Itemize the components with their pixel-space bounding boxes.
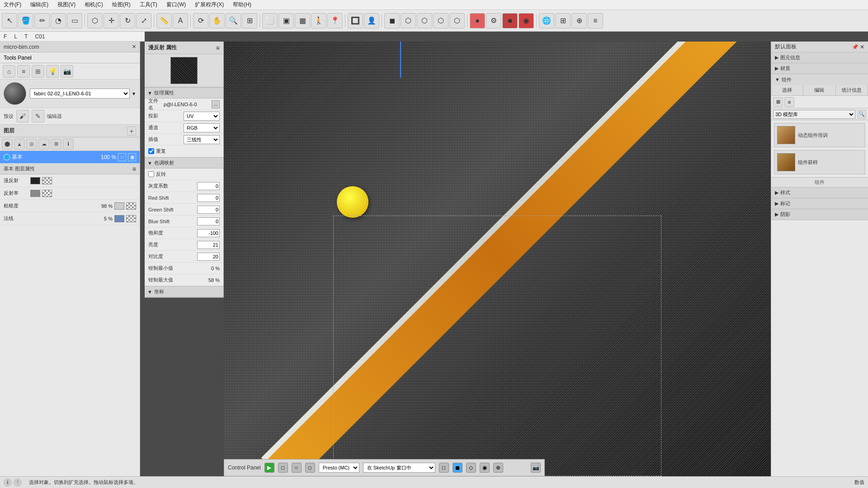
- render-mode-btn[interactable]: ⬡: [305, 463, 315, 473]
- color-map-header[interactable]: ▼ 色调映射: [145, 158, 223, 169]
- pan-btn[interactable]: ✋: [209, 13, 225, 28]
- tape-btn[interactable]: 📏: [156, 13, 172, 28]
- layer-icon-3[interactable]: ◎: [26, 139, 37, 150]
- list-view-btn[interactable]: ≡: [784, 97, 794, 107]
- render-btn[interactable]: ●: [470, 13, 485, 28]
- orbit-btn[interactable]: ⟳: [193, 13, 208, 28]
- preset-editor-btn[interactable]: ✎: [32, 110, 44, 122]
- trim-btn[interactable]: ⬡: [433, 13, 448, 28]
- layer-props-menu-icon[interactable]: ≡: [132, 165, 136, 173]
- prop-lace-checker[interactable]: [126, 215, 136, 222]
- arc-tool-btn[interactable]: ◔: [51, 13, 66, 28]
- contrast-input[interactable]: [197, 253, 220, 261]
- group-section-header[interactable]: ▼ 组件: [771, 74, 868, 85]
- screenshot-btn[interactable]: 📷: [531, 463, 541, 473]
- play-btn[interactable]: ▶: [264, 463, 274, 473]
- render2-btn[interactable]: ◉: [519, 13, 534, 28]
- model-type-select[interactable]: 3D 模型库: [773, 110, 855, 119]
- layer-icon-4[interactable]: ☁: [38, 139, 49, 150]
- zoom-btn[interactable]: 🔍: [226, 13, 241, 28]
- location-select[interactable]: 在 SketchUp 窗口中: [363, 463, 435, 473]
- saturation-input[interactable]: [197, 229, 220, 237]
- marker-section[interactable]: ▶ 标记: [771, 198, 868, 209]
- menu-view[interactable]: 视图(V): [56, 0, 77, 9]
- view-mat-btn[interactable]: ◉: [480, 463, 490, 473]
- tab-select[interactable]: 选择: [771, 85, 803, 95]
- drawing-info-section[interactable]: ▶ 图元信息: [771, 52, 868, 63]
- pencil-tool-btn[interactable]: ✏: [34, 13, 50, 28]
- grid-view-btn[interactable]: ⊞: [773, 97, 783, 107]
- rotate-btn[interactable]: ↻: [120, 13, 135, 28]
- layer-icon-6[interactable]: ℹ: [63, 139, 74, 150]
- text-btn[interactable]: A: [173, 13, 188, 28]
- green-shift-input[interactable]: [197, 206, 220, 214]
- right-panel-close-icon[interactable]: ✕: [860, 44, 864, 50]
- push-pull-btn[interactable]: ⬡: [87, 13, 103, 28]
- move-btn[interactable]: ✛: [104, 13, 119, 28]
- paint-tool-btn[interactable]: 🪣: [18, 13, 33, 28]
- prop-reflectivity-color[interactable]: [30, 190, 40, 197]
- prop-reflectivity-checker[interactable]: [42, 190, 52, 197]
- viewport[interactable]: [224, 42, 771, 476]
- prop-lace-color[interactable]: [114, 215, 124, 222]
- section-cut-btn[interactable]: ▦: [295, 13, 310, 28]
- section-fill-btn[interactable]: ▣: [278, 13, 294, 28]
- coord-section-header[interactable]: ▼ 坐标: [145, 286, 223, 297]
- menu-draw[interactable]: 绘图(R): [110, 0, 132, 9]
- component-btn[interactable]: 🔲: [348, 13, 363, 28]
- repeat-checkbox[interactable]: [148, 148, 154, 154]
- texture-section-header[interactable]: ▼ 纹理属性: [145, 88, 223, 99]
- material-name-select[interactable]: fabirc 02-02_I-LENO-6-01: [30, 89, 130, 99]
- add-layer-btn[interactable]: +: [127, 127, 136, 136]
- model-search-btn[interactable]: 🔍: [857, 110, 866, 119]
- tool-layers-btn[interactable]: ≡: [17, 65, 30, 78]
- layer-icon-2[interactable]: ▲: [14, 139, 25, 150]
- prop-roughness-color[interactable]: [114, 202, 124, 210]
- red-shift-input[interactable]: [197, 194, 220, 202]
- walkthrough-btn[interactable]: 🚶: [311, 13, 326, 28]
- stop-btn[interactable]: □: [278, 463, 288, 473]
- close-icon[interactable]: ✕: [132, 44, 136, 50]
- intersect-btn[interactable]: ⬡: [401, 13, 416, 28]
- tool-component-btn[interactable]: ⊞: [32, 65, 44, 78]
- view-wire-btn[interactable]: ◇: [466, 463, 476, 473]
- layer-icon-5[interactable]: ⊞: [51, 139, 61, 150]
- tool-camera2-btn[interactable]: 📷: [61, 65, 73, 78]
- base-layer-row[interactable]: 基本 100 % □ ▦: [0, 151, 140, 164]
- preset-brush-btn[interactable]: 🖌: [16, 110, 29, 122]
- shape3d-btn[interactable]: ⬡: [449, 13, 465, 28]
- tool-home-btn[interactable]: ⌂: [3, 65, 15, 78]
- gray-coeff-input[interactable]: [197, 182, 220, 190]
- component-dynamic-training[interactable]: 动态组件培训: [774, 123, 865, 147]
- layer-delete-btn[interactable]: □: [118, 153, 126, 161]
- invert-checkbox[interactable]: [148, 171, 154, 177]
- file-browse-btn[interactable]: …: [212, 100, 220, 108]
- settings-btn[interactable]: ⚙: [486, 13, 501, 28]
- menu-extensions[interactable]: 扩展程序(X): [193, 0, 226, 9]
- solid-btn[interactable]: ◼: [384, 13, 400, 28]
- material-section[interactable]: ▶ 材质: [771, 63, 868, 74]
- subtract-btn[interactable]: ⬡: [417, 13, 432, 28]
- menu-camera[interactable]: 相机(C): [83, 0, 105, 9]
- ext2-btn[interactable]: ≡: [588, 13, 603, 28]
- menu-help[interactable]: 帮助(H): [231, 0, 253, 9]
- prop-diffuse-checker[interactable]: [42, 177, 52, 184]
- mat-btn[interactable]: ■: [502, 13, 518, 28]
- layer-icon-1[interactable]: ⬤: [2, 139, 13, 150]
- layer-checker-btn[interactable]: ▦: [128, 153, 136, 161]
- channel-select[interactable]: RGB: [184, 123, 220, 132]
- prop-diffuse-color[interactable]: [30, 177, 40, 184]
- shape-tool-btn[interactable]: ▭: [67, 13, 82, 28]
- menu-tools[interactable]: 工具(T): [138, 0, 159, 9]
- brightness-input[interactable]: [197, 241, 220, 249]
- style-section[interactable]: ▶ 样式: [771, 188, 868, 198]
- engine-select[interactable]: Presto (MC): [319, 463, 359, 473]
- view-extra-btn[interactable]: ⊕: [493, 463, 503, 473]
- menu-window[interactable]: 窗口(W): [165, 0, 188, 9]
- position-btn[interactable]: 📍: [327, 13, 343, 28]
- interpolation-select[interactable]: 三线性: [184, 135, 220, 144]
- user-btn[interactable]: 👤: [364, 13, 379, 28]
- right-panel-pin-icon[interactable]: 📌: [852, 44, 859, 50]
- menu-edit[interactable]: 编辑(E): [28, 0, 50, 9]
- zoom-extents-btn[interactable]: ⊞: [242, 13, 257, 28]
